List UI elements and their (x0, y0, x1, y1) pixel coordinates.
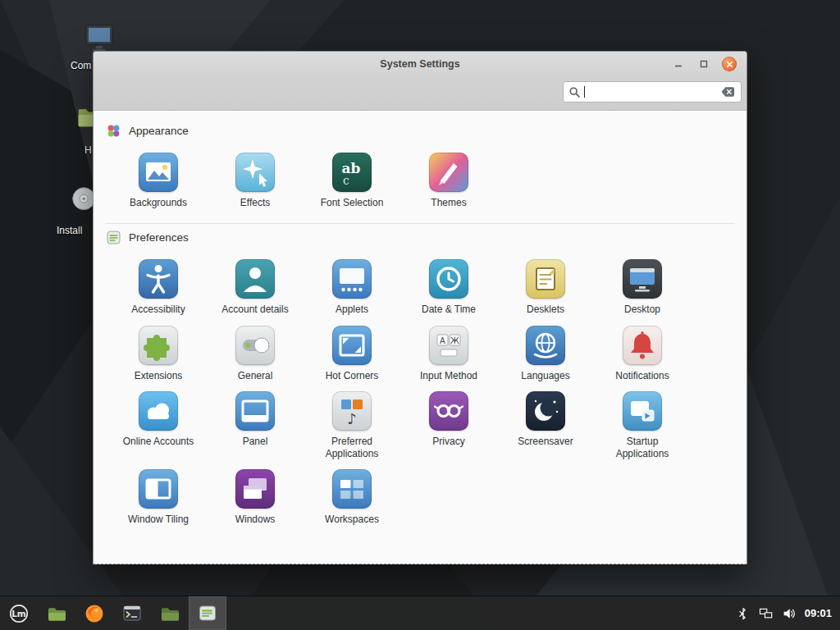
files-icon (46, 603, 67, 624)
settings-item-date-time[interactable]: Date & Time (400, 259, 497, 315)
window-tiling-tile (139, 469, 178, 509)
settings-item-online-accounts[interactable]: Online Accounts (110, 391, 207, 459)
settings-item-applets[interactable]: Applets (304, 259, 400, 315)
hot-corners-tile (332, 326, 372, 365)
window-controls (671, 57, 746, 71)
taskbar: Lm 09:01 (0, 596, 840, 630)
settings-item-accessibility[interactable]: Accessibility (110, 259, 207, 315)
desktop-icon-label: Com (71, 60, 91, 71)
languages-tile (526, 326, 565, 365)
themes-tile (429, 153, 468, 192)
settings-item-label: Desklets (527, 304, 564, 315)
settings-item-themes[interactable]: Themes (400, 153, 497, 208)
desklets-tile (526, 259, 565, 299)
settings-item-general[interactable]: General (207, 326, 304, 381)
settings-item-notifications[interactable]: Notifications (594, 326, 691, 381)
settings-item-panel[interactable]: Panel (207, 391, 304, 459)
tray-volume-button[interactable] (778, 596, 800, 630)
settings-item-label: Preferred Applications (313, 436, 391, 459)
search-box[interactable] (563, 81, 742, 103)
svg-text:A: A (440, 336, 445, 345)
online-accounts-tile (139, 391, 178, 431)
font-selection-tile: abc (332, 153, 372, 192)
settings-item-label: Extensions (135, 370, 183, 381)
tray-bluetooth-button[interactable] (733, 596, 754, 630)
taskbar-terminal-button[interactable] (113, 596, 151, 630)
minimize-button[interactable] (671, 57, 686, 71)
settings-item-label: Hot Corners (326, 370, 379, 381)
search-row (94, 76, 746, 111)
settings-item-label: Applets (336, 304, 368, 315)
restore-button[interactable] (696, 57, 711, 71)
font-selection-icon: abc (332, 153, 372, 192)
settings-item-hot-corners[interactable]: Hot Corners (304, 326, 400, 381)
desktop-icon-computer[interactable]: Com (83, 21, 116, 54)
settings-item-desklets[interactable]: Desklets (497, 259, 594, 315)
settings-item-account-details[interactable]: Account details (207, 259, 304, 315)
settings-item-backgrounds[interactable]: Backgrounds (110, 153, 207, 208)
settings-item-window-tiling[interactable]: Window Tiling (110, 469, 207, 525)
input-method-icon: AЖ (429, 326, 468, 365)
settings-item-label: Backgrounds (130, 197, 187, 208)
settings-item-label: Account details (221, 304, 288, 315)
applets-icon (332, 259, 372, 299)
notifications-tile (623, 326, 662, 365)
settings-item-effects[interactable]: Effects (207, 153, 304, 208)
taskbar-settings-button[interactable] (189, 596, 226, 630)
effects-icon (235, 153, 275, 192)
taskbar-folder-button[interactable] (151, 596, 189, 630)
section-divider (105, 223, 735, 224)
settings-item-label: Date & Time (422, 304, 476, 315)
desktop-tile (623, 259, 662, 299)
settings-item-privacy[interactable]: Privacy (400, 391, 497, 459)
settings-item-label: Input Method (420, 370, 477, 381)
minimize-icon (673, 59, 683, 69)
settings-item-label: Accessibility (131, 304, 185, 315)
window-title: System Settings (94, 58, 746, 70)
clear-search-icon[interactable] (720, 85, 736, 98)
settings-item-workspaces[interactable]: Workspaces (304, 469, 400, 525)
settings-item-font-selection[interactable]: abcFont Selection (304, 153, 400, 208)
settings-item-windows[interactable]: Windows (207, 469, 304, 525)
languages-icon (526, 326, 565, 365)
privacy-tile (429, 391, 468, 431)
settings-item-desktop[interactable]: Desktop (594, 259, 691, 315)
settings-item-label: Screensaver (518, 436, 573, 447)
close-button[interactable] (722, 57, 737, 71)
volume-icon (782, 606, 797, 621)
settings-item-extensions[interactable]: Extensions (110, 326, 207, 381)
clock: 09:01 (800, 607, 840, 619)
search-input[interactable] (588, 85, 717, 99)
settings-item-screensaver[interactable]: Screensaver (497, 391, 594, 459)
svg-text:♪: ♪ (347, 410, 357, 427)
taskbar-firefox-button[interactable] (75, 596, 113, 630)
preferences-section-icon (107, 231, 121, 244)
workspaces-tile (332, 469, 372, 509)
settings-item-label: Desktop (624, 304, 660, 315)
network-icon (759, 606, 774, 621)
window-tiling-icon (139, 469, 178, 509)
settings-item-preferred-applications[interactable]: ♪Preferred Applications (304, 391, 400, 459)
folder-icon (159, 603, 180, 624)
general-tile (235, 326, 275, 365)
account-details-tile (235, 259, 275, 299)
restore-icon (699, 59, 709, 69)
svg-text:c: c (343, 174, 349, 187)
desktop-icon-label: H (84, 144, 92, 156)
input-method-tile: AЖ (429, 326, 468, 365)
titlebar[interactable]: System Settings (94, 52, 746, 76)
computer-icon (83, 21, 116, 54)
settings-item-label: Themes (431, 197, 466, 208)
settings-item-label: Windows (235, 514, 276, 525)
settings-item-input-method[interactable]: AЖInput Method (400, 326, 497, 381)
panel-tile (235, 391, 275, 431)
taskbar-menu-button[interactable]: Lm (0, 596, 38, 630)
windows-tile (235, 469, 275, 509)
section-title: Appearance (129, 125, 189, 137)
settings-item-languages[interactable]: Languages (497, 326, 594, 381)
extensions-tile (139, 326, 178, 365)
tray-network-button[interactable] (756, 596, 777, 630)
screensaver-tile (526, 391, 565, 431)
settings-item-startup-applications[interactable]: Startup Applications (594, 391, 691, 459)
taskbar-files-button[interactable] (38, 596, 75, 630)
